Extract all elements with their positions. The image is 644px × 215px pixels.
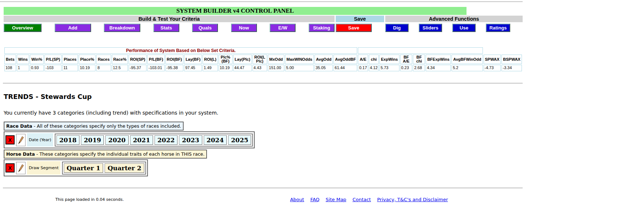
stats-value: -4.73 — [484, 65, 501, 71]
footer-link-faq[interactable]: FAQ — [310, 197, 319, 202]
stats-col-header: ROI(L Plc) — [253, 55, 267, 64]
stats-value: 4.34 — [426, 65, 451, 71]
delete-category-button[interactable]: X — [5, 135, 15, 144]
divider-bottom — [3, 188, 523, 188]
category-field-label: Draw Segment — [27, 161, 61, 175]
category-options-box: Quarter 1Quarter 2 — [62, 162, 146, 174]
stats-value: 10.19 — [79, 65, 96, 71]
nav-button-quals[interactable]: Quals — [192, 24, 218, 32]
nav-button-ratings[interactable]: Ratings — [486, 24, 510, 32]
nav-button-add[interactable]: Add — [55, 24, 91, 32]
category-description: - These categories specify the individua… — [35, 151, 204, 157]
page-load-time: This page loaded in 0.04 seconds. — [55, 197, 124, 202]
category-field-label: Date (Year) — [27, 133, 53, 147]
stats-value: -95.38 — [165, 65, 184, 71]
edit-category-button[interactable] — [16, 162, 26, 174]
stats-col-header: ROI(L) — [203, 55, 218, 64]
stats-value: 5.00 — [285, 65, 314, 71]
section-build-test: Build & Test Your Criteria — [4, 16, 335, 22]
stats-value: 1.49 — [203, 65, 218, 71]
category-title-race-data: Race Data - All of these categories spec… — [4, 122, 183, 130]
stats-col-header: ROI(SP) — [129, 55, 147, 64]
stats-value: -103 — [44, 65, 62, 71]
stats-value: 151.00 — [268, 65, 284, 71]
nav-button-breakdown[interactable]: Breakdown — [104, 24, 140, 32]
nav-button-stats[interactable]: Stats — [153, 24, 179, 32]
criteria-option-button[interactable]: Quarter 1 — [64, 163, 104, 173]
nav-button-use[interactable]: Use — [452, 24, 476, 32]
stats-value: 1 — [17, 65, 29, 71]
stats-col-header: SPWAX — [484, 55, 501, 64]
nav-button-staking[interactable]: Staking — [309, 24, 335, 32]
stats-col-header: Race% — [112, 55, 128, 64]
footer-link-about[interactable]: About — [290, 197, 304, 202]
nav-button-sliders[interactable]: Sliders — [419, 24, 442, 32]
delete-category-button[interactable]: X — [5, 163, 15, 172]
pencil-icon — [17, 135, 24, 145]
criteria-option-button[interactable]: Quarter 2 — [105, 163, 144, 173]
nav-button-overview[interactable]: Overview — [4, 24, 42, 32]
criteria-option-button[interactable]: 2025 — [228, 135, 251, 145]
top-divider — [0, 1, 523, 2]
stats-col-header: Races — [96, 55, 111, 64]
performance-stats-table: Performance of System Based on Below Set… — [4, 47, 523, 72]
nav-button-now[interactable]: Now — [231, 24, 257, 32]
footer-link-site-map[interactable]: Site Map — [326, 197, 347, 202]
stats-col-header: Win% — [30, 55, 44, 64]
footer-link-privacy-t-c-s-and-disclaimer[interactable]: Privacy, T&C's and Disclaimer — [377, 197, 448, 202]
footer-link-contact[interactable]: Contact — [352, 197, 371, 202]
stats-value: 0.17 — [358, 65, 368, 71]
criteria-option-button[interactable]: 2024 — [204, 135, 227, 145]
stats-col-header: AvgBFWinOdd — [452, 55, 483, 64]
stats-col-header: Lay(Plc) — [233, 55, 252, 64]
stats-col-header: Places — [62, 55, 78, 64]
stats-col-header: ROI(BF) — [165, 55, 184, 64]
categories-summary: You currently have 3 categories (includi… — [4, 110, 523, 116]
edit-category-button[interactable] — [16, 134, 26, 146]
stats-col-header: AvgOddBF — [333, 55, 357, 64]
stats-value: 5.73 — [379, 65, 399, 71]
nav-group-build: OverviewAddBreakdownStatsQualsNowE/WStak… — [4, 24, 335, 32]
criteria-option-button[interactable]: 2021 — [130, 135, 153, 145]
footer: This page loaded in 0.04 seconds. AboutF… — [4, 197, 523, 202]
stats-value: 35.05 — [315, 65, 333, 71]
stats-value: 97.45 — [184, 65, 202, 71]
category-block-horse-data: Horse Data - These categories specify th… — [4, 150, 523, 177]
stats-col-header: P/L(SP) — [44, 55, 62, 64]
stats-value: 10.19 — [219, 65, 233, 71]
stats-col-header: ExpWins — [379, 55, 399, 64]
category-title-text: Race Data — [6, 123, 32, 129]
stats-col-header: BF chi — [413, 55, 425, 64]
stats-value: 11 — [62, 65, 78, 71]
stats-value: -3.34 — [501, 65, 522, 71]
stats-value: 0.23 — [400, 65, 413, 71]
criteria-categories: Race Data - All of these categories spec… — [4, 122, 523, 177]
category-options-box: 20182019202020212022202320242025 — [55, 134, 253, 146]
nav-button-dig[interactable]: Dig — [385, 24, 409, 32]
stats-col-header: P/L(BF) — [147, 55, 164, 64]
category-description: - All of these categories specify only t… — [32, 123, 182, 129]
stats-caption-spacer — [358, 47, 483, 54]
criteria-option-button[interactable]: 2018 — [56, 135, 79, 145]
category-title-text: Horse Data — [6, 151, 35, 157]
stats-value: 0.93 — [30, 65, 44, 71]
stats-caption: Performance of System Based on Below Set… — [4, 47, 357, 54]
nav-group-save: Save — [336, 24, 384, 32]
stats-col-header: MxOdd — [268, 55, 284, 64]
category-row-race-data: XDate (Year)2018201920202021202220232024… — [4, 132, 254, 148]
stats-col-header: chi — [369, 55, 379, 64]
stats-value: 12.5 — [112, 65, 128, 71]
nav-group-advanced: DigSlidersUseRatings — [385, 24, 523, 32]
stats-value: 2.68 — [413, 65, 425, 71]
criteria-option-button[interactable]: 2019 — [81, 135, 104, 145]
criteria-option-button[interactable]: 2023 — [179, 135, 202, 145]
header-section-bar: Build & Test Your Criteria Save Advanced… — [4, 16, 523, 22]
nav-button-e-w[interactable]: E/W — [270, 24, 296, 32]
page-title: SYSTEM BUILDER v4 CONTROL PANEL — [4, 7, 467, 15]
section-advanced-functions: Advanced Functions — [385, 16, 523, 22]
criteria-option-button[interactable]: 2020 — [105, 135, 128, 145]
stats-value: 44.47 — [233, 65, 252, 71]
category-row-horse-data: XDraw SegmentQuarter 1Quarter 2 — [4, 160, 148, 176]
criteria-option-button[interactable]: 2022 — [155, 135, 177, 145]
nav-button-save[interactable]: Save — [336, 24, 372, 32]
